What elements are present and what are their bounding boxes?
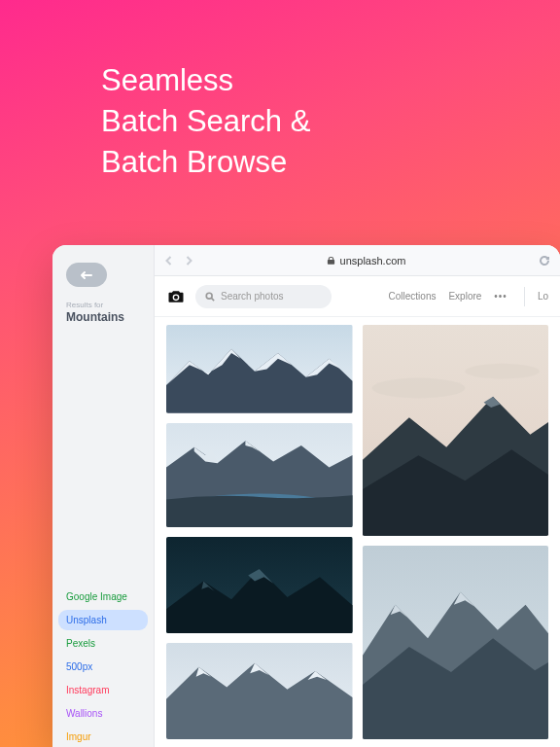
nav-forward-icon[interactable] xyxy=(184,256,193,266)
app-window: Results for Mountains Google ImageUnspla… xyxy=(52,245,560,747)
photo-thumbnail[interactable] xyxy=(166,643,353,739)
source-item-unsplash[interactable]: Unsplash xyxy=(58,610,148,630)
header-links: Collections Explore ••• Lo xyxy=(389,287,548,306)
source-list: Google ImageUnsplashPexels500pxInstagram… xyxy=(52,587,154,747)
results-query: Mountains xyxy=(66,310,154,324)
search-placeholder: Search photos xyxy=(221,291,284,302)
photo-thumbnail[interactable] xyxy=(166,537,353,633)
source-item-google-image[interactable]: Google Image xyxy=(58,587,148,607)
source-item-instagram[interactable]: Instagram xyxy=(58,680,148,700)
photo-thumbnail[interactable] xyxy=(363,546,549,739)
arrow-left-icon xyxy=(80,270,93,280)
more-menu-icon[interactable]: ••• xyxy=(494,291,508,302)
photo-thumbnail[interactable] xyxy=(166,423,353,527)
url-text: unsplash.com xyxy=(340,255,406,267)
back-button[interactable] xyxy=(66,263,107,287)
photo-thumbnail[interactable] xyxy=(166,325,353,413)
hero-line-3: Batch Browse xyxy=(101,142,310,183)
svg-point-9 xyxy=(371,378,465,399)
nav-collections[interactable]: Collections xyxy=(389,291,437,302)
svg-point-2 xyxy=(206,293,212,299)
hero-line-1: Seamless xyxy=(101,60,310,101)
browser-toolbar: unsplash.com xyxy=(155,245,560,276)
source-item-500px[interactable]: 500px xyxy=(58,657,148,677)
search-icon xyxy=(205,292,215,302)
svg-point-10 xyxy=(465,364,540,379)
lock-icon xyxy=(327,256,335,265)
nav-arrows xyxy=(164,256,193,266)
svg-point-1 xyxy=(174,295,178,299)
results-label: Results for xyxy=(66,301,154,309)
nav-login[interactable]: Lo xyxy=(538,291,548,302)
nav-explore[interactable]: Explore xyxy=(448,291,481,302)
hero-line-2: Batch Search & xyxy=(101,101,310,142)
source-item-pexels[interactable]: Pexels xyxy=(58,633,148,654)
refresh-icon[interactable] xyxy=(539,255,550,267)
header-divider xyxy=(524,287,525,306)
nav-back-icon[interactable] xyxy=(164,256,174,266)
photo-thumbnail[interactable] xyxy=(363,325,549,536)
hero-copy: Seamless Batch Search & Batch Browse xyxy=(101,60,310,183)
sidebar: Results for Mountains Google ImageUnspla… xyxy=(52,245,154,747)
camera-logo-icon[interactable] xyxy=(166,287,186,306)
gallery-col-left xyxy=(166,325,353,739)
photo-gallery xyxy=(155,317,560,747)
search-input[interactable]: Search photos xyxy=(195,285,332,308)
source-item-imgur[interactable]: Imgur xyxy=(58,727,148,747)
gallery-col-right xyxy=(363,325,549,739)
address-bar[interactable]: unsplash.com xyxy=(203,255,529,267)
source-item-wallions[interactable]: Wallions xyxy=(58,703,148,724)
browser-pane: unsplash.com Search photos Collections E… xyxy=(154,245,560,747)
site-header: Search photos Collections Explore ••• Lo xyxy=(155,276,560,317)
